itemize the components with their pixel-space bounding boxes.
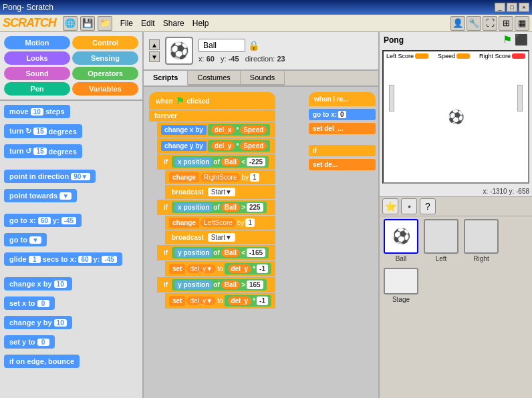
- scripts-panel: ▲ ▼ ⚽ 🔒 x: 60 y: -45 direction: 23 Scrip…: [144, 32, 380, 398]
- block-point-towards[interactable]: point towards ▼: [4, 189, 77, 202]
- block-goto-x[interactable]: go to x: 0: [309, 109, 376, 120]
- block-if-y-lt-neg165[interactable]: if y position of Ball < -165: [157, 245, 275, 260]
- lock-icon: 🔒: [248, 40, 259, 51]
- maximize-button[interactable]: □: [507, 3, 517, 12]
- block-if-edge[interactable]: if on edge, bounce: [4, 355, 80, 368]
- stage-title: Pong: [384, 35, 404, 45]
- sprite-coords: x: 60 y: -45 direction: 23: [198, 55, 285, 63]
- cat-looks[interactable]: Looks: [4, 51, 70, 65]
- sprite-up-btn[interactable]: ▲: [149, 39, 160, 50]
- block-set-dely-neg2[interactable]: set del_y▼ to del_y * -1: [165, 293, 275, 309]
- block-when-flag[interactable]: when ⚑ clicked: [149, 92, 275, 110]
- left-score-value: [415, 53, 428, 59]
- block-broadcast-start2[interactable]: broadcast Start▼: [165, 230, 275, 244]
- block-move-steps[interactable]: move 10 steps: [4, 105, 70, 118]
- speed-label: Speed: [438, 53, 470, 59]
- sprite-info: ▲ ▼ ⚽ 🔒 x: 60 y: -45 direction: 23: [144, 32, 378, 71]
- sprite-toolbar: ⭐ ⭒ ?: [380, 196, 532, 216]
- menu-edit[interactable]: Edit: [141, 19, 155, 28]
- clicked-text: clicked: [187, 97, 210, 105]
- stop-button[interactable]: ⬛: [515, 33, 528, 46]
- block-set-x[interactable]: set x to 0: [4, 296, 55, 310]
- blocks-panel: Motion Control Looks Sensing Sound Opera…: [0, 32, 144, 398]
- block-if-x-lt-neg225[interactable]: if x position of Ball < -225: [157, 154, 275, 170]
- block-forever[interactable]: forever: [149, 110, 275, 122]
- cat-sensing[interactable]: Sensing: [72, 51, 138, 65]
- block-set-del2[interactable]: set de...: [309, 159, 376, 170]
- sprite-down-btn[interactable]: ▼: [149, 51, 160, 62]
- menu-help[interactable]: Help: [192, 19, 209, 28]
- block-change-rightscore[interactable]: change RightScore by 1: [165, 170, 275, 184]
- block-when-receive[interactable]: when I re...: [309, 92, 376, 106]
- menu-share[interactable]: Share: [163, 19, 184, 28]
- stage-thumb-item[interactable]: Stage: [382, 268, 420, 303]
- tab-scripts[interactable]: Scripts: [144, 71, 188, 85]
- cat-operators[interactable]: Operators: [72, 67, 138, 80]
- titlebar: Pong- Scratch _ □ ×: [0, 0, 532, 15]
- sprite-item-left[interactable]: Left: [422, 219, 460, 262]
- right-score-text: Right Score: [479, 53, 511, 59]
- block-if-y-gt-165[interactable]: if y position of Ball > 165: [157, 277, 275, 292]
- fullscreen-icon[interactable]: ⛶: [483, 16, 497, 31]
- cat-motion[interactable]: Motion: [4, 36, 70, 49]
- block-change-y-speed[interactable]: change y by del_y * Speed: [157, 138, 275, 154]
- sprite-item-ball[interactable]: ⚽ Ball: [382, 219, 420, 262]
- cat-variables[interactable]: Variables: [72, 82, 138, 95]
- block-if-x-gt-225[interactable]: if x position of Ball > 225: [157, 200, 275, 215]
- left-score-text: Left Score: [386, 53, 414, 59]
- help-tool[interactable]: ?: [420, 198, 436, 214]
- menu-items: File Edit Share Help: [120, 19, 209, 28]
- right-panel: Pong ⚑ ⬛ Left Score Speed Right Score: [380, 32, 532, 398]
- main-area: Motion Control Looks Sensing Sound Opera…: [0, 32, 532, 398]
- star-tool[interactable]: ⭐: [382, 198, 398, 214]
- block-if-r[interactable]: if: [309, 145, 376, 156]
- left-score-label: Left Score: [386, 53, 428, 59]
- block-turn-ccw[interactable]: turn ↺ 15 degrees: [4, 144, 82, 158]
- close-button[interactable]: ×: [519, 3, 529, 12]
- tab-costumes[interactable]: Costumes: [188, 71, 241, 85]
- grid-icon[interactable]: ⊞: [499, 16, 513, 31]
- settings-icon[interactable]: 🔧: [467, 16, 481, 31]
- minimize-button[interactable]: _: [495, 3, 505, 12]
- tab-sounds[interactable]: Sounds: [241, 71, 285, 85]
- block-goto[interactable]: go to ▼: [4, 233, 47, 246]
- block-point-direction[interactable]: point in direction 90▼: [4, 170, 96, 183]
- block-set-del-r[interactable]: set del_...: [309, 123, 376, 134]
- layout-icon[interactable]: ▦: [515, 16, 529, 31]
- person-icon[interactable]: 👤: [450, 16, 465, 31]
- speed-text: Speed: [438, 53, 455, 59]
- globe-icon[interactable]: 🌐: [63, 16, 78, 31]
- script-tabs: Scripts Costumes Sounds: [144, 71, 378, 87]
- sprite-label-right: Right: [473, 255, 489, 262]
- script-area[interactable]: when ⚑ clicked forever change x by del_x…: [144, 87, 378, 398]
- right-paddle: [517, 85, 523, 112]
- block-goto-xy[interactable]: go to x: 60 y: -45: [4, 214, 82, 227]
- block-change-x[interactable]: change x by 10: [4, 277, 72, 290]
- sprite-thumb-right: [464, 219, 499, 254]
- titlebar-title: Pong- Scratch: [3, 3, 53, 12]
- folder-icon[interactable]: 📁: [98, 16, 112, 31]
- block-broadcast-start1[interactable]: broadcast Start▼: [165, 185, 275, 199]
- stamp-tool[interactable]: ⭒: [401, 198, 417, 214]
- sprite-item-right[interactable]: Right: [462, 219, 500, 262]
- sprite-label-left: Left: [436, 255, 447, 262]
- block-turn-cw[interactable]: turn ↻ 15 degrees: [4, 124, 82, 138]
- block-set-y[interactable]: set y to 0: [4, 335, 55, 349]
- right-score-value: [512, 53, 525, 59]
- menu-file[interactable]: File: [120, 19, 133, 28]
- sprite-name-input[interactable]: [198, 39, 245, 52]
- block-set-dely-neg[interactable]: set del_y▼ to del_y * -1: [165, 261, 275, 276]
- speed-value: [456, 53, 470, 59]
- save-icon[interactable]: 💾: [80, 16, 95, 31]
- green-flag-button[interactable]: ⚑: [503, 33, 512, 46]
- cat-sound[interactable]: Sound: [4, 67, 70, 80]
- scratch-logo: SCRATCH: [3, 16, 56, 30]
- block-glide[interactable]: glide 1 secs to x: 60 y: -45: [4, 252, 122, 266]
- cat-pen[interactable]: Pen: [4, 82, 70, 95]
- stage-coords: x: -1310 y: -658: [380, 186, 532, 196]
- block-change-y[interactable]: change y by 10: [4, 316, 72, 329]
- cat-control[interactable]: Control: [72, 36, 138, 49]
- stage-title-bar: Pong ⚑ ⬛: [380, 32, 532, 47]
- block-change-x-speed[interactable]: change x by del_x * Speed: [157, 122, 275, 138]
- block-change-leftscore[interactable]: change LeftScore by 1: [165, 216, 275, 230]
